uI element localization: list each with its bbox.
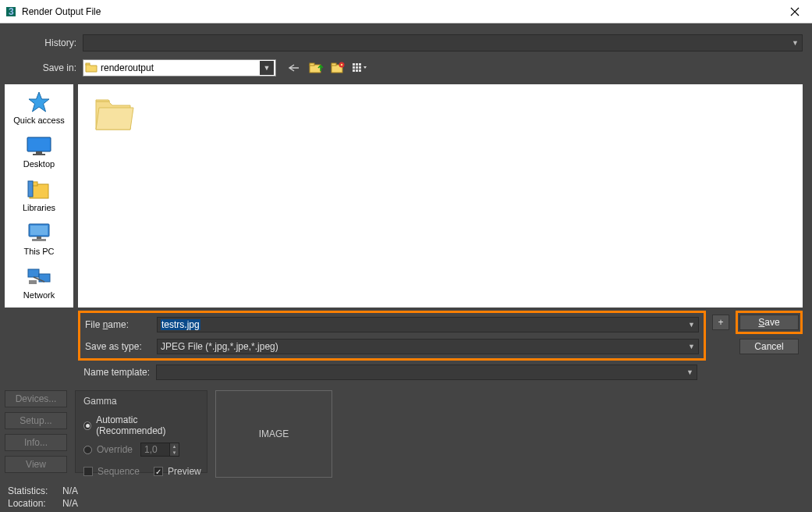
svg-rect-4 <box>86 63 90 65</box>
gamma-title: Gamma <box>83 396 199 407</box>
savein-value: renderoutput <box>101 62 260 73</box>
history-label: History: <box>5 37 83 48</box>
places-bar: Quick access Desktop Libraries This PC N… <box>5 84 73 308</box>
svg-rect-6 <box>310 63 314 66</box>
statistics-label: Statistics: <box>8 485 62 496</box>
name-template-dropdown[interactable]: ▼ <box>156 364 697 380</box>
name-template-label: Name template: <box>78 367 156 378</box>
svg-rect-18 <box>356 69 358 72</box>
svg-rect-12 <box>356 63 358 66</box>
gamma-automatic-label: Automatic (Recommended) <box>96 414 199 436</box>
svg-rect-11 <box>353 63 355 66</box>
svg-point-10 <box>341 64 342 66</box>
filename-label: File name: <box>85 319 157 330</box>
network-icon <box>25 265 53 289</box>
image-preview-box: IMAGE <box>215 390 332 478</box>
svg-rect-19 <box>359 69 361 72</box>
preview-label: Preview <box>168 466 201 477</box>
svg-rect-27 <box>30 226 48 235</box>
left-buttons: Devices... Setup... Info... View <box>5 390 67 478</box>
bottom-section: Devices... Setup... Info... View Gamma A… <box>5 390 803 478</box>
place-network[interactable]: Network <box>5 265 73 300</box>
place-label: Quick access <box>13 116 64 125</box>
place-this-pc[interactable]: This PC <box>5 222 73 256</box>
folder-toolbar <box>285 59 368 76</box>
gamma-override-radio[interactable]: Override 1,0 ▲▼ <box>83 443 199 457</box>
back-button[interactable] <box>285 59 303 76</box>
file-list-area[interactable] <box>78 84 803 308</box>
statistics-value: N/A <box>62 485 78 496</box>
radio-off-icon <box>83 446 92 454</box>
svg-rect-8 <box>332 63 336 66</box>
svg-rect-30 <box>28 269 39 277</box>
place-quick-access[interactable]: Quick access <box>5 91 73 125</box>
this-pc-icon <box>25 222 53 245</box>
location-label: Location: <box>8 498 62 509</box>
save-button[interactable]: Save <box>739 315 799 330</box>
name-template-row: Name template: ▼ <box>78 364 803 381</box>
cancel-button[interactable]: Cancel <box>739 339 799 354</box>
gamma-automatic-radio[interactable]: Automatic (Recommended) <box>83 414 199 436</box>
sequence-checkbox[interactable]: Sequence <box>83 466 140 477</box>
saveastype-value: JPEG File (*.jpg,*.jpe,*.jpeg) <box>161 341 278 352</box>
checkbox-unchecked-icon <box>83 467 93 476</box>
new-folder-button[interactable] <box>329 59 346 76</box>
folder-item[interactable] <box>86 92 142 134</box>
sequence-label: Sequence <box>98 466 140 477</box>
svg-rect-28 <box>37 236 41 239</box>
view-menu-button[interactable] <box>351 59 368 76</box>
place-label: Network <box>23 290 55 300</box>
view-button[interactable]: View <box>5 456 67 473</box>
svg-rect-13 <box>359 63 361 66</box>
svg-rect-16 <box>359 66 361 69</box>
chevron-down-icon: ▼ <box>688 321 695 329</box>
svg-rect-15 <box>356 66 358 69</box>
gamma-group: Gamma Automatic (Recommended) Override 1… <box>75 390 207 473</box>
svg-rect-17 <box>353 69 355 72</box>
render-output-file-dialog: 3 Render Output File History: ▼ Save in:… <box>0 0 812 512</box>
folder-icon <box>85 62 98 75</box>
history-dropdown[interactable]: ▼ <box>83 34 803 52</box>
savein-row: Save in: renderoutput ▼ <box>5 58 803 78</box>
svg-rect-14 <box>353 66 355 69</box>
svg-rect-25 <box>28 181 33 197</box>
save-button-highlight: Save <box>736 311 803 334</box>
location-value: N/A <box>62 498 78 509</box>
filename-input[interactable]: testrs.jpg ▼ <box>157 317 699 332</box>
quick-access-icon <box>25 91 53 114</box>
desktop-icon <box>25 134 53 158</box>
folder-icon <box>91 92 137 134</box>
filename-row: File name: testrs.jpg ▼ <box>85 316 699 333</box>
place-desktop[interactable]: Desktop <box>5 134 73 169</box>
place-label: Libraries <box>23 203 55 212</box>
svg-rect-32 <box>29 280 37 284</box>
filename-type-group: File name: testrs.jpg ▼ Save as type: JP… <box>78 311 706 361</box>
chevron-down-icon: ▼ <box>688 343 695 350</box>
place-label: This PC <box>23 247 54 256</box>
spinner-buttons[interactable]: ▲▼ <box>169 443 179 456</box>
gamma-override-label: Override <box>97 444 133 455</box>
close-button[interactable] <box>778 0 812 23</box>
preview-checkbox[interactable]: ✓ Preview <box>154 466 201 477</box>
setup-button[interactable]: Setup... <box>5 412 67 429</box>
saveastype-dropdown[interactable]: JPEG File (*.jpg,*.jpe,*.jpeg) ▼ <box>157 339 699 354</box>
info-button[interactable]: Info... <box>5 434 67 451</box>
filename-value: testrs.jpg <box>161 319 200 330</box>
gamma-override-value[interactable]: 1,0 ▲▼ <box>140 443 179 457</box>
saveastype-row: Save as type: JPEG File (*.jpg,*.jpe,*.j… <box>85 338 699 355</box>
svg-rect-20 <box>27 137 51 151</box>
add-path-button[interactable]: + <box>712 315 729 330</box>
dialog-body: History: ▼ Save in: renderoutput ▼ <box>0 23 812 512</box>
saveastype-label: Save as type: <box>85 341 157 352</box>
radio-on-icon <box>83 421 91 430</box>
place-libraries[interactable]: Libraries <box>5 178 73 212</box>
devices-button[interactable]: Devices... <box>5 390 67 407</box>
up-one-level-button[interactable] <box>307 59 324 76</box>
chevron-down-icon: ▼ <box>792 39 799 47</box>
savein-combobox[interactable]: renderoutput ▼ <box>83 59 276 76</box>
place-label: Desktop <box>23 159 55 169</box>
chevron-down-icon: ▼ <box>686 368 693 376</box>
svg-text:3: 3 <box>9 6 14 17</box>
image-placeholder-label: IMAGE <box>259 428 289 439</box>
history-row: History: ▼ <box>5 33 803 53</box>
